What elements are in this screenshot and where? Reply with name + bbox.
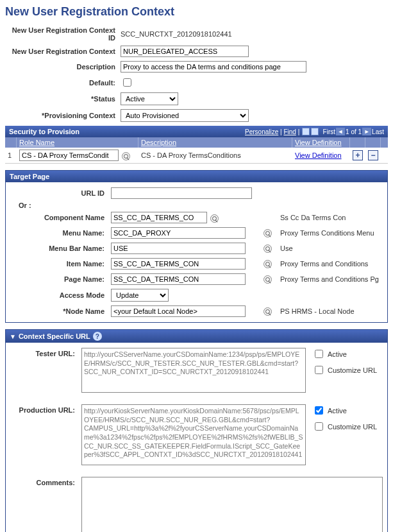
personalize-link[interactable]: Personalize	[245, 128, 278, 135]
col-view-def[interactable]: View Definition	[295, 139, 342, 146]
node-desc: PS HRMS - Local Node	[276, 307, 382, 315]
context-input[interactable]	[121, 46, 249, 57]
node-input[interactable]	[111, 305, 246, 317]
default-label: Default:	[5, 79, 121, 87]
description-label: Description	[5, 63, 121, 71]
component-desc: Ss Cc Da Terms Con	[276, 214, 382, 221]
col-role-name[interactable]: Role Name	[19, 139, 54, 146]
view-all-icon[interactable]	[302, 128, 310, 135]
target-page-bar: Target Page	[6, 171, 387, 182]
production-active-label: Active	[328, 407, 347, 415]
comments-label: Comments:	[11, 477, 75, 486]
menu-label: Menu Name:	[11, 229, 107, 237]
url-id-label: URL ID	[11, 189, 107, 197]
tester-customize-checkbox[interactable]	[315, 366, 323, 374]
production-url-label: Production URL:	[11, 404, 75, 414]
find-link[interactable]: Find	[283, 128, 296, 135]
comments-input[interactable]	[81, 477, 383, 532]
security-section-bar: Security to Provision Personalize | Find…	[5, 126, 388, 137]
lookup-icon[interactable]	[122, 152, 130, 160]
component-label: Component Name	[11, 214, 107, 221]
url-id-input[interactable]	[111, 187, 252, 199]
default-checkbox[interactable]	[123, 78, 131, 87]
grid-header: Role Name Description View Definition	[5, 137, 388, 148]
collapse-icon[interactable]: ▼	[10, 333, 16, 340]
status-label: *Status	[5, 95, 121, 103]
target-page-title: Target Page	[10, 173, 49, 180]
lookup-icon[interactable]	[263, 307, 272, 316]
page-label: Page Name:	[11, 275, 107, 283]
provisioning-label: *Provisioning Context	[5, 112, 121, 119]
menubar-label: Menu Bar Name:	[11, 245, 107, 252]
nav-next-icon[interactable]: ►	[362, 128, 371, 135]
page-desc: Proxy Terms and Conditions Pg	[276, 275, 382, 283]
provisioning-select[interactable]: Auto Provisioned	[121, 109, 249, 122]
context-url-title: Context Specific URL	[19, 332, 90, 340]
or-label: Or :	[6, 199, 387, 212]
nav-last[interactable]: Last	[372, 128, 384, 135]
context-id-value: SCC_NURCTXT_20120918102441	[121, 30, 388, 38]
item-input[interactable]	[111, 258, 246, 270]
access-select[interactable]: Update	[111, 289, 169, 302]
row-index: 1	[5, 150, 17, 161]
production-customize-label: Customize URL	[328, 423, 377, 431]
menubar-input[interactable]	[111, 243, 246, 254]
nav-count: 1 of 1	[346, 128, 362, 135]
component-input[interactable]	[111, 212, 207, 223]
nav-prev-icon[interactable]: ◄	[336, 128, 345, 135]
item-desc: Proxy Terms and Conditions	[276, 260, 382, 268]
context-url-section: ▼ Context Specific URL ? Tester URL: htt…	[5, 329, 388, 532]
lookup-icon[interactable]	[263, 260, 272, 268]
lookup-icon[interactable]	[263, 275, 272, 284]
page-input[interactable]	[111, 273, 246, 285]
description-input[interactable]	[121, 61, 306, 73]
download-icon[interactable]	[311, 128, 319, 135]
access-label: Access Mode	[11, 291, 107, 299]
security-title: Security to Provision	[9, 128, 79, 135]
lookup-icon[interactable]	[263, 229, 272, 237]
production-url-box[interactable]: http://yourKioskServerName.yourKioskDoma…	[81, 404, 306, 465]
tester-customize-label: Customize URL	[328, 366, 377, 374]
context-id-label: New User Registration Context ID	[5, 26, 121, 42]
context-label: New User Registration Context	[5, 47, 121, 55]
tester-url-label: Tester URL:	[11, 348, 75, 357]
production-active-checkbox[interactable]	[315, 406, 323, 415]
add-row-button[interactable]: +	[353, 150, 363, 160]
role-name-input[interactable]	[19, 150, 119, 161]
menu-input[interactable]	[111, 227, 246, 239]
status-select[interactable]: Active	[121, 92, 178, 105]
context-url-bar[interactable]: ▼ Context Specific URL ?	[6, 330, 387, 343]
lookup-icon[interactable]	[210, 214, 219, 223]
row-description: CS - DA Proxy TermsConditions	[138, 150, 292, 161]
menu-desc: Proxy Terms Conditions Menu	[276, 229, 382, 237]
tester-active-label: Active	[328, 350, 347, 358]
table-row: 1 CS - DA Proxy TermsConditions View Def…	[5, 148, 388, 164]
production-customize-checkbox[interactable]	[315, 422, 323, 431]
delete-row-button[interactable]: −	[368, 150, 378, 160]
col-description[interactable]: Description	[141, 139, 176, 146]
view-definition-link[interactable]: View Definition	[295, 151, 342, 159]
tester-url-box[interactable]: http://yourCSServerName.yourCSDomainName…	[81, 348, 306, 393]
menubar-desc: Use	[276, 245, 382, 252]
page-title: New User Registration Context	[5, 5, 388, 19]
header-form: New User Registration Context ID SCC_NUR…	[5, 26, 388, 122]
lookup-icon[interactable]	[263, 245, 272, 253]
item-label: Item Name:	[11, 260, 107, 268]
tester-active-checkbox[interactable]	[315, 350, 323, 358]
help-icon[interactable]: ?	[93, 332, 102, 341]
target-page-section: Target Page URL ID Or : Component Name S…	[5, 170, 388, 323]
nav-first[interactable]: First	[323, 128, 335, 135]
node-label: *Node Name	[11, 307, 107, 315]
